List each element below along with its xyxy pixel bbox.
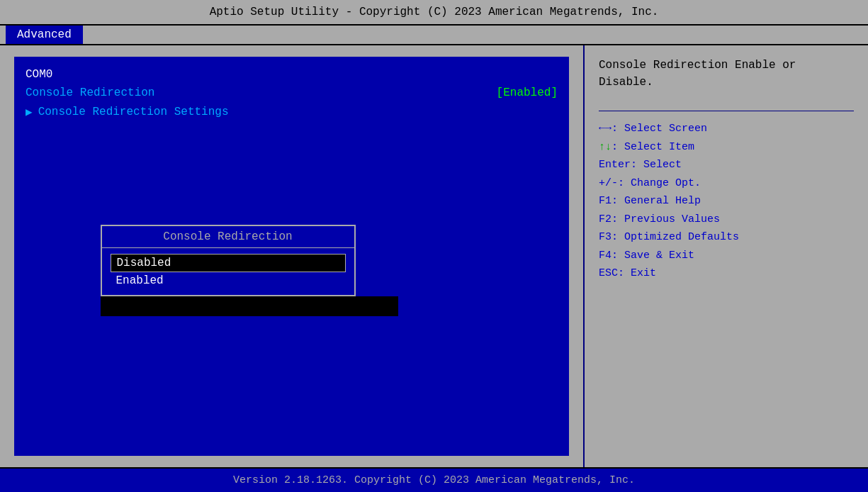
key-f2: F2: Previous Values — [599, 211, 854, 229]
popup-body: Disabled Enabled — [102, 248, 354, 295]
key-f1: F1: General Help — [599, 192, 854, 211]
help-text: Console Redirection Enable or Disable. — [599, 57, 854, 91]
popup-option-enabled[interactable]: Enabled — [111, 272, 346, 289]
popup-option-disabled[interactable]: Disabled — [111, 254, 346, 272]
screen: Aptio Setup Utility - Copyright (C) 2023… — [0, 0, 868, 492]
console-redirection-settings-row[interactable]: ▶ Console Redirection Settings — [26, 105, 558, 119]
footer-text: Version 2.18.1263. Copyright (C) 2023 Am… — [233, 474, 635, 486]
console-redirection-label: Console Redirection — [26, 86, 497, 99]
key-esc: ESC: Exit — [599, 264, 854, 283]
key-f3: F3: Optimized Defaults — [599, 228, 854, 247]
arrow-icon: ▶ — [26, 105, 33, 119]
key-select-item: ↑↓: Select Item — [599, 138, 854, 157]
tab-bar: Advanced — [0, 26, 868, 45]
console-redirection-value: [Enabled] — [497, 86, 558, 99]
title-text: Aptio Setup Utility - Copyright (C) 2023… — [210, 6, 659, 18]
key-enter: Enter: Select — [599, 156, 854, 174]
console-redirection-row[interactable]: Console Redirection [Enabled] — [26, 86, 558, 99]
key-help: ←→: Select Screen ↑↓: Select Item Enter:… — [599, 120, 854, 283]
main-area: COM0 Console Redirection [Enabled] ▶ Con… — [0, 45, 868, 467]
com0-label: COM0 — [26, 68, 558, 81]
key-f4: F4: Save & Exit — [599, 247, 854, 265]
popup-title: Console Redirection — [102, 226, 354, 248]
left-panel: COM0 Console Redirection [Enabled] ▶ Con… — [0, 45, 585, 467]
key-select-screen: ←→: Select Screen — [599, 120, 854, 138]
console-redirection-popup[interactable]: Console Redirection Disabled Enabled — [101, 225, 356, 296]
title-bar: Aptio Setup Utility - Copyright (C) 2023… — [0, 0, 868, 26]
key-change-opt: +/-: Change Opt. — [599, 174, 854, 193]
right-panel: Console Redirection Enable or Disable. ←… — [585, 45, 868, 467]
divider — [599, 111, 854, 111]
tab-advanced[interactable]: Advanced — [6, 26, 83, 44]
footer: Version 2.18.1263. Copyright (C) 2023 Am… — [0, 467, 868, 492]
settings-label: Console Redirection Settings — [38, 106, 229, 118]
